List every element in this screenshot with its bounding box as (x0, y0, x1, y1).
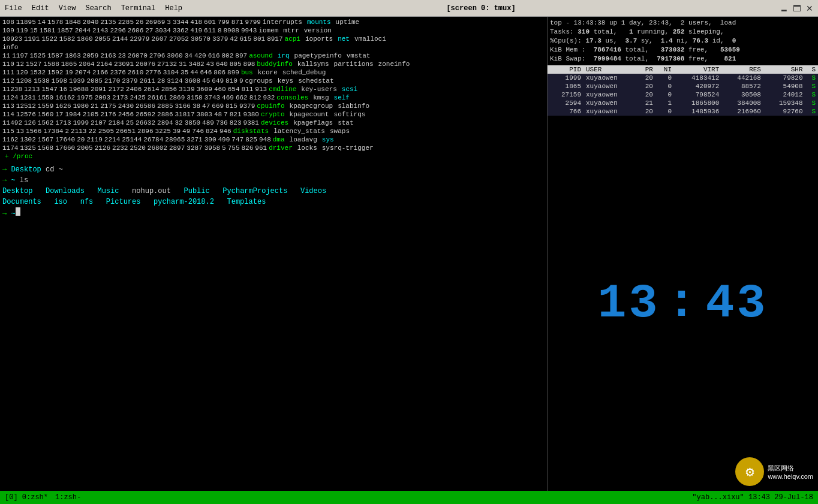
proc-row: 1081189514157818482040213522852626969333… (2, 18, 545, 26)
ls-item: Documents (2, 197, 41, 207)
clock-colon: : (667, 279, 698, 327)
proc-row: 1162130215671764020211922142514426784289… (2, 135, 545, 144)
table-header-cell: VIRT (674, 65, 721, 74)
statusbar-tabs: [0] 0:zsh* 1:zsh- (5, 493, 81, 502)
cell-pr: 21 (637, 99, 655, 107)
watermark-url: www.heiqv.com (768, 473, 813, 480)
prompt-arrow: → (2, 164, 11, 175)
cell-pr: 20 (637, 82, 655, 90)
cell-virt: 1865800 (674, 99, 721, 107)
cell-user: xuyaowen (584, 82, 637, 90)
proc-row: 1149212615621713199921072184252663228943… (2, 119, 545, 127)
cell-pid: 766 (548, 107, 584, 116)
ls-output-line: Desktop Downloads Music nohup.out Public… (2, 186, 545, 197)
left-terminal-pane[interactable]: 1081189514157818482040213522852626969333… (0, 17, 547, 491)
top-cpu-line: %Cpu(s): 17.3 us, 3.7 sy, 1.4 ni, 76.3 i… (550, 37, 816, 46)
cell-user: xuyaowen (584, 90, 637, 99)
menu-help[interactable]: Help (165, 4, 182, 13)
ls-item: nfs (80, 197, 94, 207)
menu-edit[interactable]: Edit (32, 4, 49, 13)
cell-pid: 27159 (548, 90, 584, 99)
proc-row: 1124123115501616219752093217324252616128… (2, 93, 545, 102)
cell-res: 384008 (721, 99, 763, 107)
shell-prompt-line: → ~ (2, 207, 545, 219)
cell-shr: 159348 (763, 99, 805, 107)
maximize-button[interactable]: 🗖 (793, 4, 801, 13)
clock-minutes: 43 (706, 276, 768, 331)
process-table: PIDUSERPRNIVIRTRESSHRS 1999xuyaowen20041… (548, 65, 818, 116)
ls-item: nohup.out (132, 186, 171, 197)
statusbar-tab-1[interactable]: 1:zsh- (55, 493, 81, 502)
table-header-cell: USER (584, 65, 637, 74)
prompt-dir: Desktop (11, 164, 41, 175)
watermark-site: 黑区网络 (768, 464, 813, 473)
ls-item: Videos (300, 186, 326, 197)
top-info-line: top - 13:43:38 up 1 day, 23:43, 2 users,… (550, 19, 816, 28)
watermark-icon: ⚙ (735, 457, 764, 486)
table-header-cell: RES (721, 65, 763, 74)
prompt-arrow: → (2, 209, 11, 219)
clock-area: 13 : 43 ⚙ 黑区网络 www.heiqv.com (548, 116, 818, 491)
cell-ni: 0 (655, 74, 674, 82)
table-row: 2594xuyaowen2111865800384008159348S (548, 99, 818, 107)
cell-res: 88572 (721, 82, 763, 90)
menu-search[interactable]: Search (85, 4, 111, 13)
shell-prompt-line: → Desktop cd ~ (2, 164, 545, 175)
cell-s: S (805, 74, 818, 82)
proc-row: info (2, 43, 545, 52)
proc-row: 1174132515681766020052126223225202680228… (2, 144, 545, 152)
cell-ni: 0 (655, 90, 674, 99)
cell-s: S (805, 107, 818, 116)
ls-item: Pictures (106, 197, 141, 207)
ls-item: Public (184, 186, 210, 197)
table-header-cell: S (805, 65, 818, 74)
cell-shr: 92760 (763, 107, 805, 116)
cell-shr: 54908 (763, 82, 805, 90)
cell-ni: 0 (655, 107, 674, 116)
process-table-header: PIDUSERPRNIVIRTRESSHRS (548, 65, 818, 74)
process-table-body: 1999xuyaowen200418341244216879820S1865xu… (548, 74, 818, 116)
cell-s: S (805, 90, 818, 99)
cell-pid: 2594 (548, 99, 584, 107)
minimize-button[interactable]: 🗕 (780, 4, 788, 13)
statusbar-info: "yab...xixu" 13:43 29-Jul-18 (692, 493, 813, 502)
table-row: 1999xuyaowen200418341244216879820S (548, 74, 818, 82)
cell-pid: 1865 (548, 82, 584, 90)
table-header-cell: SHR (763, 65, 805, 74)
ls-output-line: Documents iso nfs Pictures pycharm-2018.… (2, 197, 545, 207)
cell-virt: 798524 (674, 90, 721, 99)
watermark-text: 黑区网络 www.heiqv.com (768, 464, 813, 480)
cell-res: 30508 (721, 90, 763, 99)
menu-terminal[interactable]: Terminal (121, 4, 156, 13)
prompt-arrow: → (2, 175, 11, 186)
table-row: 766xuyaowen200148593621696092760S (548, 107, 818, 116)
menu-file[interactable]: File (5, 4, 22, 13)
close-button[interactable]: ✕ (806, 4, 813, 13)
proc-row: 1091191515811857204421432296260627303433… (2, 26, 545, 35)
menu-view[interactable]: View (59, 4, 76, 13)
table-header-cell: PID (548, 65, 584, 74)
proc-row: 1111971525158718632059216323260702706306… (2, 52, 545, 60)
shell-area[interactable]: → Desktop cd ~→ ~ lsDesktop Downloads Mu… (0, 162, 547, 491)
proc-row: 1111201532159219207421662376261027763104… (2, 68, 545, 77)
window-title: [screen 0: tmux] (182, 4, 780, 13)
proc-row: 1101215271588186520642164230912607627132… (2, 60, 545, 68)
proc-row: 1131251215591626198021217524302658628853… (2, 102, 545, 110)
ls-item: PycharmProjects (222, 186, 287, 197)
cell-user: xuyaowen (584, 99, 637, 107)
proc-row: 1141257615601719842105217624562659228863… (2, 110, 545, 119)
statusbar: [0] 0:zsh* 1:zsh- "yab...xixu" 13:43 29-… (0, 491, 818, 504)
statusbar-tab-0[interactable]: [0] 0:zsh* (5, 493, 48, 502)
top-mem-line: KiB Mem : 7867416 total, 373032 free, 53… (550, 46, 816, 55)
table-row: 1865xuyaowen2004209728857254908S (548, 82, 818, 90)
right-pane: top - 13:43:38 up 1 day, 23:43, 2 users,… (547, 17, 818, 491)
cell-pr: 20 (637, 90, 655, 99)
table-row: 27159xuyaowen2007985243050824012S (548, 90, 818, 99)
cell-res: 216960 (721, 107, 763, 116)
titlebar: File Edit View Search Terminal Help [scr… (0, 0, 818, 17)
main-content: 1081189514157818482040213522852626969333… (0, 17, 818, 491)
ls-item: iso (54, 197, 67, 207)
watermark: ⚙ 黑区网络 www.heiqv.com (735, 457, 813, 486)
shell-cmd: ls (16, 175, 29, 186)
top-tasks-line: Tasks: 310 total, 1 running, 252 sleepin… (550, 28, 816, 37)
